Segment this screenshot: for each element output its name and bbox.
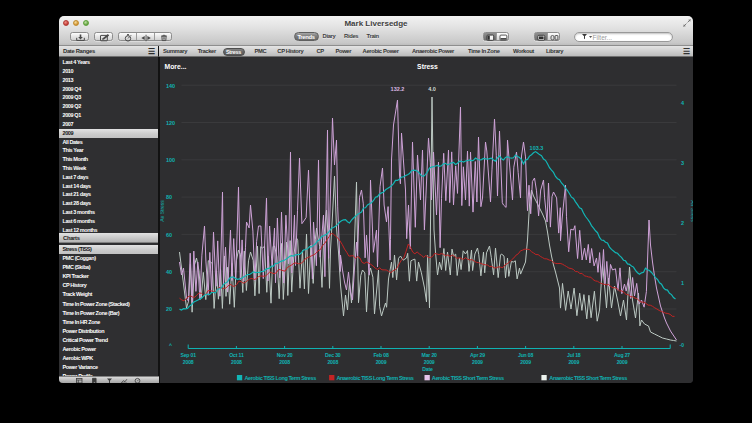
svg-text:Ae Stress: Ae Stress xyxy=(160,200,165,222)
svg-text:140: 140 xyxy=(166,83,175,89)
svg-text:2009: 2009 xyxy=(375,359,386,365)
svg-text:100: 100 xyxy=(166,157,175,163)
svg-text:Aug 27: Aug 27 xyxy=(613,352,629,358)
svg-text:Apr 29: Apr 29 xyxy=(469,352,484,358)
svg-text:2008: 2008 xyxy=(279,359,290,365)
svg-text:20: 20 xyxy=(166,306,172,312)
svg-text:Sep 01: Sep 01 xyxy=(180,352,196,358)
svg-text:Jun 08: Jun 08 xyxy=(517,352,533,358)
svg-text:3: 3 xyxy=(681,160,684,166)
svg-text:Jul 18: Jul 18 xyxy=(567,352,581,358)
svg-text:2008: 2008 xyxy=(182,359,193,365)
svg-text:120: 120 xyxy=(166,120,175,126)
svg-text:2: 2 xyxy=(681,220,684,226)
svg-text:2009: 2009 xyxy=(520,359,531,365)
svg-text:132.2: 132.2 xyxy=(390,86,404,92)
svg-text:Feb 08: Feb 08 xyxy=(373,352,389,358)
svg-text:2008: 2008 xyxy=(231,359,242,365)
svg-text:Date: Date xyxy=(422,366,433,372)
svg-text:2008: 2008 xyxy=(327,359,338,365)
svg-text:-0: -0 xyxy=(679,342,684,348)
svg-text:An Stress: An Stress xyxy=(689,200,693,222)
svg-text:Aerobic TISS Long Term Stress: Aerobic TISS Long Term Stress xyxy=(244,375,316,381)
svg-text:^: ^ xyxy=(169,342,172,348)
svg-text:4: 4 xyxy=(681,100,685,106)
svg-text:Stress: Stress xyxy=(417,63,438,70)
svg-text:1: 1 xyxy=(681,280,684,286)
svg-text:60: 60 xyxy=(166,232,172,238)
svg-text:Oct 11: Oct 11 xyxy=(229,352,244,358)
svg-text:2009: 2009 xyxy=(423,359,434,365)
svg-text:Mar 20: Mar 20 xyxy=(421,352,437,358)
svg-text:40: 40 xyxy=(166,269,172,275)
svg-text:Dec 30: Dec 30 xyxy=(325,352,341,358)
svg-text:80: 80 xyxy=(166,194,172,200)
svg-text:Aerobic TISS Short Term Stress: Aerobic TISS Short Term Stress xyxy=(431,375,503,381)
svg-text:Anaerobic TISS Short Term Stre: Anaerobic TISS Short Term Stress xyxy=(549,375,627,381)
svg-text:More...: More... xyxy=(164,63,186,70)
svg-text:4.0: 4.0 xyxy=(428,86,436,92)
svg-text:Nov 20: Nov 20 xyxy=(276,352,292,358)
svg-text:2009: 2009 xyxy=(616,359,627,365)
svg-text:2009: 2009 xyxy=(568,359,579,365)
svg-text:Anaerobic TISS Long Term Stres: Anaerobic TISS Long Term Stress xyxy=(336,375,413,381)
svg-text:103.3: 103.3 xyxy=(529,145,543,151)
svg-text:2009: 2009 xyxy=(472,359,483,365)
